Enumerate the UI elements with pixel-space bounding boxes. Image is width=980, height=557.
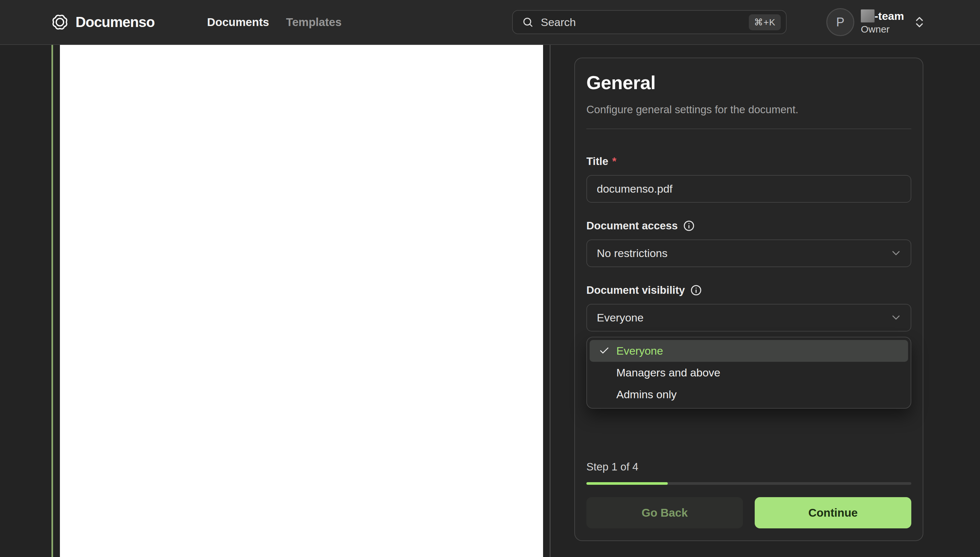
avatar: P: [826, 8, 854, 36]
document-visibility-label: Document visibility: [586, 283, 911, 297]
account-menu[interactable]: P -team Owner: [826, 0, 926, 44]
title-label: Title *: [586, 155, 911, 169]
search-icon: [522, 16, 534, 28]
option-everyone[interactable]: Everyone: [590, 340, 908, 362]
pane-divider: [550, 45, 550, 557]
chevron-down-icon: [890, 311, 902, 324]
brand-name: Documenso: [75, 14, 155, 30]
document-edge-accent: [51, 45, 53, 557]
document-access-value: No restrictions: [597, 247, 890, 260]
card-divider: [586, 129, 911, 129]
document-visibility-select[interactable]: Everyone: [586, 304, 911, 332]
panel-subtitle: Configure general settings for the docum…: [586, 103, 911, 117]
visibility-dropdown: Everyone Managers and above Admins only: [586, 337, 911, 409]
search-input[interactable]: Search ⌘+K: [512, 10, 787, 34]
main-nav: Documents Templates: [207, 0, 341, 44]
document-visibility-value: Everyone: [597, 311, 890, 324]
info-icon[interactable]: [690, 284, 702, 296]
title-input-value: documenso.pdf: [597, 182, 673, 195]
avatar-initial: P: [836, 15, 844, 29]
progress-bar-fill: [586, 482, 668, 485]
nav-item-templates[interactable]: Templates: [286, 16, 342, 29]
documenso-logo[interactable]: Documenso: [51, 0, 155, 44]
progress-bar: [586, 482, 911, 485]
search-placeholder: Search: [541, 16, 749, 29]
title-input[interactable]: documenso.pdf: [586, 175, 911, 203]
check-icon: [599, 345, 610, 356]
pdf-page-preview: [60, 45, 543, 557]
document-access-label: Document access: [586, 219, 911, 233]
continue-button[interactable]: Continue: [755, 497, 911, 528]
wizard-buttons: Go Back Continue: [586, 497, 911, 528]
required-asterisk: *: [612, 155, 616, 169]
documenso-logo-icon: [51, 14, 69, 31]
info-icon[interactable]: [683, 220, 695, 232]
step-indicator: Step 1 of 4: [586, 461, 911, 473]
document-access-select[interactable]: No restrictions: [586, 239, 911, 267]
general-settings-card: General Configure general settings for t…: [574, 58, 923, 541]
nav-item-documents[interactable]: Documents: [207, 16, 269, 29]
account-role: Owner: [861, 24, 904, 35]
search-shortcut-badge: ⌘+K: [749, 14, 781, 30]
account-info: -team Owner: [861, 10, 904, 35]
option-managers-and-above[interactable]: Managers and above: [590, 362, 908, 384]
team-name: -team: [861, 10, 904, 23]
team-name-redacted: [861, 10, 874, 23]
option-admins-only[interactable]: Admins only: [590, 384, 908, 406]
panel-title: General: [586, 71, 911, 94]
top-navbar: Documenso Documents Templates Search ⌘+K…: [0, 0, 980, 45]
chevrons-up-down-icon[interactable]: [913, 15, 926, 29]
team-name-suffix: -team: [874, 10, 904, 23]
chevron-down-icon: [890, 247, 902, 259]
go-back-button[interactable]: Go Back: [586, 497, 743, 528]
